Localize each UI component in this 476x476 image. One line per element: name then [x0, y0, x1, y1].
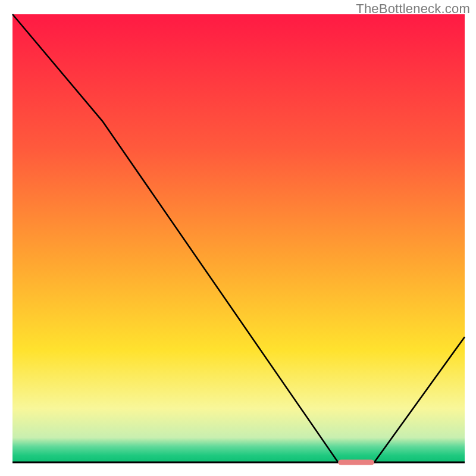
- chart-container: TheBottleneck.com: [0, 0, 476, 476]
- optimal-range-marker: [338, 460, 374, 465]
- bottleneck-chart: [0, 0, 476, 476]
- plot-background: [12, 14, 465, 462]
- watermark-text: TheBottleneck.com: [356, 1, 470, 17]
